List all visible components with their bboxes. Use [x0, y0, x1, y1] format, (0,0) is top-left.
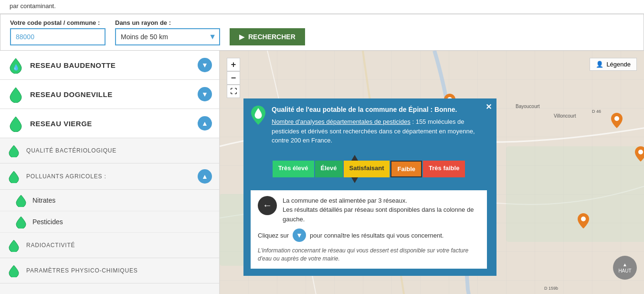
- zoom-in-button[interactable]: +: [227, 58, 240, 71]
- sidebar-item-vierge[interactable]: RESEAU VIERGE ▲: [0, 109, 219, 138]
- vierge-sub-items: QUALITÉ BACTÉRIOLOGIQUE POLLUANTS AGRICO…: [0, 138, 219, 283]
- popup-text1: La commune de est alimentée par 3 réseau…: [283, 196, 480, 206]
- water-drop-icon-vierge: [7, 115, 24, 132]
- reseau-vierge-label: RESEAU VIERGE: [30, 120, 192, 128]
- chevron-dogneville[interactable]: ▼: [198, 87, 212, 101]
- postal-input[interactable]: [10, 28, 106, 45]
- water-drop-polluants-icon: [7, 170, 21, 183]
- svg-text:Bayoucourt: Bayoucourt: [516, 104, 540, 109]
- water-drop-nitrates-icon: [14, 194, 28, 207]
- qualite-bacterio-label: QUALITÉ BACTÉRIOLOGIQUE: [26, 147, 116, 154]
- svg-text:💧: 💧: [12, 64, 20, 71]
- scale-faible: Faible: [391, 161, 422, 177]
- pesticides-label: Pesticides: [32, 218, 63, 226]
- svg-rect-2: [506, 146, 644, 242]
- search-btn-label: RECHERCHER: [248, 33, 296, 41]
- legend-button[interactable]: 👤 Légende: [590, 58, 637, 71]
- scroll-top-label: HAUT: [618, 268, 631, 273]
- sidebar-item-dogneville[interactable]: RESEAU DOGNEVILLE ▼: [0, 80, 219, 109]
- info-text: par contaminant.: [10, 2, 56, 10]
- scroll-top-button[interactable]: ▲ HAUT: [613, 256, 637, 280]
- popup-bottom: ← La commune de est alimentée par 3 rése…: [251, 190, 487, 269]
- click-info-text1: Cliquez sur: [258, 232, 289, 239]
- popup-pin-icon: [251, 106, 266, 151]
- water-drop-bacterio-icon: [7, 144, 21, 157]
- main-content: 💧 RESEAU BAUDENOTTE ▼ RESEAU DOGNEVILLE …: [0, 51, 644, 294]
- map-area[interactable]: Igney Girmont Villoncourt Bayoucourt Onc…: [220, 51, 644, 294]
- chevron-up-icon: ▲: [623, 262, 627, 267]
- water-drop-icon-dogneville: [7, 86, 24, 103]
- popup-desc: Nombre d'analyses départementales de pes…: [272, 117, 487, 145]
- map-pin-5[interactable]: [578, 213, 589, 230]
- popup-close-button[interactable]: ✕: [486, 102, 492, 111]
- sidebar-item-baudenotte[interactable]: 💧 RESEAU BAUDENOTTE ▼: [0, 51, 219, 80]
- water-drop-radio-icon: [7, 239, 21, 252]
- popup-header: Qualité de l'eau potable de la commune d…: [251, 106, 487, 151]
- map-popup: Qualité de l'eau potable de la commune d…: [243, 98, 496, 276]
- radioactivite-item[interactable]: RADIOACTIVITÉ: [0, 233, 219, 258]
- polluants-agricoles-item[interactable]: POLLUANTS AGRICOLES : ▲: [0, 163, 219, 190]
- scale-eleve: Élevé: [315, 161, 343, 177]
- svg-point-16: [581, 217, 586, 221]
- range-select[interactable]: Moins de 10 km Moins de 20 km Moins de 5…: [115, 28, 220, 45]
- svg-text:D 46: D 46: [592, 109, 601, 114]
- popup-title: Qualité de l'eau potable de la commune d…: [272, 106, 487, 113]
- analyses-link[interactable]: Nombre d'analyses départementales de pes…: [272, 118, 411, 125]
- popup-bottom-text: La commune de est alimentée par 3 réseau…: [283, 196, 480, 224]
- info-bar: par contaminant.: [0, 0, 644, 14]
- map-pin-8[interactable]: [635, 146, 644, 163]
- scale-tres-eleve: Très élevé: [273, 161, 314, 177]
- reseau-dogneville-label: RESEAU DOGNEVILLE: [30, 90, 192, 98]
- water-drop-icon-baudenotte: 💧: [7, 56, 24, 74]
- search-bar: Votre code postal / commune : Dans un ra…: [0, 14, 644, 51]
- popup-header-content: Qualité de l'eau potable de la commune d…: [272, 106, 487, 151]
- map-controls: + − ⛶: [227, 58, 240, 98]
- svg-text:D 159b: D 159b: [544, 286, 558, 291]
- popup-bottom-content: ← La commune de est alimentée par 3 rése…: [258, 196, 480, 224]
- map-pin-7[interactable]: [611, 113, 623, 130]
- water-drop-pesticides-icon: [14, 215, 28, 229]
- quality-scale-container: Très élevé Élevé Satisfaisant Faible Trè…: [251, 155, 487, 183]
- scale-arrow-top-wrapper: Très élevé Élevé Satisfaisant Faible Trè…: [251, 155, 487, 183]
- svg-point-18: [638, 150, 643, 154]
- polluants-agricoles-label: POLLUANTS AGRICOLES :: [26, 173, 106, 180]
- play-icon: ▶: [239, 33, 244, 41]
- search-button[interactable]: ▶ RECHERCHER: [230, 28, 305, 45]
- chevron-circle-icon: ▼: [293, 229, 306, 242]
- click-info-text2: pour connaître les résultats qui vous co…: [310, 232, 443, 239]
- parametres-item[interactable]: PARAMÈTRES PHYSICO-CHIMIQUES: [0, 258, 219, 283]
- radioactivite-label: RADIOACTIVITÉ: [26, 242, 75, 249]
- popup-note: L'information concernant le réseau qui v…: [258, 247, 480, 263]
- back-arrow-icon: ←: [258, 196, 277, 215]
- qualite-bacterio-item[interactable]: QUALITÉ BACTÉRIOLOGIQUE: [0, 138, 219, 163]
- nitrates-item[interactable]: Nitrates: [0, 190, 219, 211]
- range-select-wrapper: Moins de 10 km Moins de 20 km Moins de 5…: [115, 28, 220, 45]
- zoom-out-button[interactable]: −: [227, 71, 240, 85]
- pesticides-item[interactable]: Pesticides: [0, 211, 219, 233]
- parametres-label: PARAMÈTRES PHYSICO-CHIMIQUES: [26, 267, 138, 274]
- nitrates-label: Nitrates: [32, 196, 55, 204]
- chevron-polluants[interactable]: ▲: [198, 169, 212, 184]
- popup-click-info: Cliquez sur ▼ pour connaître les résulta…: [258, 229, 480, 242]
- scale-wrapper: Très élevé Élevé Satisfaisant Faible Trè…: [273, 155, 465, 183]
- popup-text2: Les résultats détaillés par réseau sont …: [283, 205, 480, 224]
- range-group: Dans un rayon de : Moins de 10 km Moins …: [115, 19, 220, 45]
- sidebar: 💧 RESEAU BAUDENOTTE ▼ RESEAU DOGNEVILLE …: [0, 51, 220, 294]
- postal-label: Votre code postal / commune :: [10, 19, 106, 26]
- person-icon: 👤: [596, 61, 603, 68]
- legend-label: Légende: [606, 61, 631, 68]
- water-drop-parametres-icon: [7, 264, 21, 277]
- postal-group: Votre code postal / commune :: [10, 19, 106, 45]
- scale-tres-faible: Très faible: [423, 161, 465, 177]
- chevron-baudenotte[interactable]: ▼: [198, 58, 212, 72]
- scale-arrow-bottom: [351, 177, 358, 183]
- scale-arrow-top: [351, 155, 358, 161]
- chevron-vierge[interactable]: ▲: [198, 116, 212, 131]
- scale-satisfaisant: Satisfaisant: [344, 161, 390, 177]
- fullscreen-button[interactable]: ⛶: [227, 85, 240, 98]
- svg-text:Villoncourt: Villoncourt: [554, 113, 576, 119]
- svg-point-17: [614, 116, 619, 121]
- reseau-baudenotte-label: RESEAU BAUDENOTTE: [30, 61, 192, 69]
- range-label: Dans un rayon de :: [115, 19, 220, 26]
